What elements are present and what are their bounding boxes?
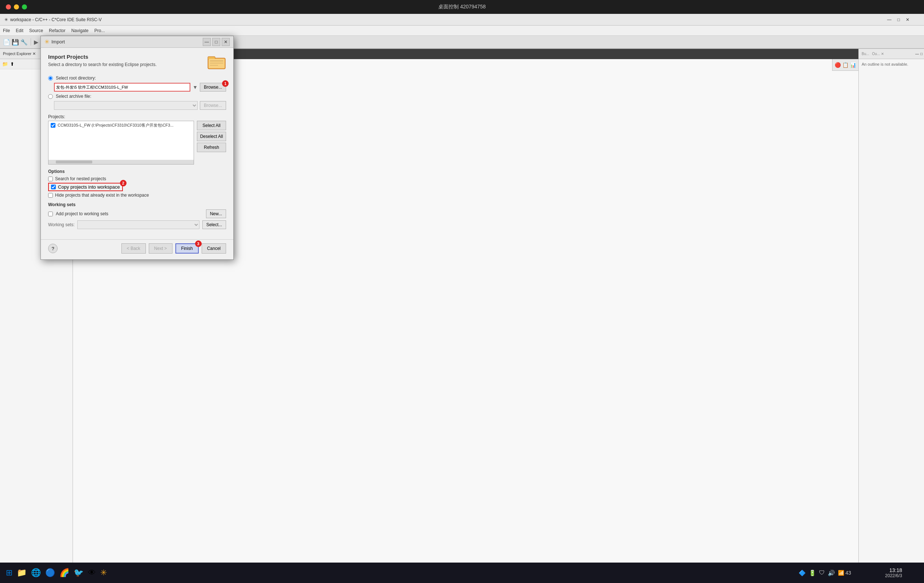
root-dir-label: Select root directory: <box>56 76 96 81</box>
projects-list: CCM3310S-L_FW (I:\Projects\CF3310\CF3310… <box>48 121 194 165</box>
start-button[interactable]: ⊞ <box>6 568 12 578</box>
taskbar-colorwheel[interactable]: 🌈 <box>59 568 69 578</box>
minimize-button[interactable] <box>14 4 19 10</box>
taskbar-eye[interactable]: 👁 <box>88 568 96 578</box>
taskbar-bird[interactable]: 🐦 <box>74 568 84 578</box>
copy-projects-label: Copy projects into workspace <box>58 184 120 190</box>
back-btn[interactable]: < Back <box>121 243 146 254</box>
root-dir-radio-row: Select root directory: <box>48 76 226 81</box>
dialog-close-btn[interactable]: ✕ <box>222 38 230 46</box>
taskbar-star[interactable]: ✳ <box>100 568 107 578</box>
options-title: Options <box>48 169 226 174</box>
options-section: Options Search for nested projects Copy … <box>48 169 226 198</box>
add-working-sets-label: Add project to working sets <box>56 211 108 216</box>
toolbar-icon-2[interactable]: 📋 <box>842 62 848 68</box>
menu-file[interactable]: File <box>3 28 10 33</box>
hide-projects-checkbox[interactable] <box>48 193 53 198</box>
working-sets-title: Working sets <box>48 202 226 207</box>
outline-minimize[interactable]: — <box>915 52 919 56</box>
new-folder-icon[interactable]: 📁 <box>2 61 8 67</box>
outline-maximize[interactable]: □ <box>920 52 922 56</box>
toolbar-icon-3[interactable]: 📊 <box>850 62 856 68</box>
root-dir-radio[interactable] <box>48 76 53 81</box>
ide-close-btn[interactable]: ✕ <box>906 17 909 22</box>
collapse-icon[interactable]: ⬆ <box>10 61 14 67</box>
table-row: CCM3310S-L_FW (I:\Projects\CF3310\CF3310… <box>48 121 194 129</box>
maximize-button[interactable] <box>22 4 27 10</box>
dialog-footer: ? < Back Next > Finish 3 Cancel <box>41 239 233 259</box>
browse-root-btn[interactable]: Browse... 1 <box>200 83 226 92</box>
source-section: Select root directory: 发包-外发\5 软件工程\CCM3… <box>48 76 226 110</box>
ide-title: ✳ workspace - C/C++ - C*Core IDE Suite R… <box>0 14 924 26</box>
copy-projects-row: Copy projects into workspace 2 <box>48 183 123 191</box>
toolbar-icon-1[interactable]: 🔴 <box>835 62 841 68</box>
archive-radio[interactable] <box>48 94 53 99</box>
cancel-btn[interactable]: Cancel <box>202 243 226 254</box>
ide-container: ✳ workspace - C/C++ - C*Core IDE Suite R… <box>0 14 924 583</box>
taskbar-chrome[interactable]: 🔵 <box>45 568 55 578</box>
working-sets-section: Working sets Add project to working sets… <box>48 202 226 229</box>
menu-navigate[interactable]: Navigate <box>71 28 88 33</box>
nested-projects-checkbox[interactable] <box>48 177 53 181</box>
archive-label: Select archive file: <box>56 94 91 99</box>
copy-projects-checkbox[interactable] <box>51 185 56 189</box>
outline-content: An outline is not available. <box>859 59 924 69</box>
ide-maximize-btn[interactable]: □ <box>898 17 900 22</box>
shield-icon: 🛡 <box>819 570 825 576</box>
system-tray: 🔷 🔋 🛡 🔊 📶 43 <box>799 570 851 576</box>
import-dialog: ✳ Import — □ ✕ Import Projects Select a … <box>40 36 234 260</box>
dialog-titlebar: ✳ Import — □ ✕ <box>41 36 233 48</box>
archive-radio-row: Select archive file: <box>48 94 226 99</box>
project-checkbox-1[interactable] <box>51 123 55 128</box>
new-working-set-btn[interactable]: New... <box>206 210 226 218</box>
ide-minimize-btn[interactable]: — <box>887 17 891 22</box>
volume-icon: 🔊 <box>828 570 835 576</box>
title-bar: 桌面控制 420794758 <box>0 0 924 14</box>
finish-badge: 3 <box>195 240 202 247</box>
dialog-header-title: Import Projects <box>48 54 157 60</box>
projects-label: Projects: <box>48 114 226 119</box>
add-to-working-sets-checkbox[interactable] <box>48 211 53 216</box>
dialog-title: Import <box>51 39 65 45</box>
browse-badge: 1 <box>222 80 229 87</box>
project-explorer-title: Project Explorer ✕ <box>3 51 36 56</box>
archive-browse-btn[interactable]: Browse... <box>200 101 226 110</box>
menu-edit[interactable]: Edit <box>16 28 23 33</box>
root-dir-dropdown-arrow[interactable]: ▼ <box>193 84 198 90</box>
root-dir-input[interactable]: 发包-外发\5 软件工程\CCM3310S-L_FW <box>54 83 190 92</box>
nested-projects-row: Search for nested projects <box>48 176 226 181</box>
projects-section: Projects: CCM3310S-L_FW (I:\Projects\CF3… <box>48 114 226 165</box>
dialog-subtitle: Select a directory to search for existin… <box>48 62 157 67</box>
ide-menubar: File Edit Source Refactor Navigate Pro..… <box>0 26 924 36</box>
menu-pro[interactable]: Pro... <box>94 28 105 33</box>
refresh-btn[interactable]: Refresh <box>197 143 226 152</box>
svg-rect-2 <box>209 59 224 68</box>
hide-projects-row: Hide projects that already exist in the … <box>48 193 226 198</box>
help-btn[interactable]: ? <box>48 244 58 253</box>
select-working-set-btn[interactable]: Select... <box>202 220 226 229</box>
folder-icon <box>207 54 226 70</box>
hide-projects-label: Hide projects that already exist in the … <box>55 193 149 198</box>
taskbar-browser[interactable]: 🌐 <box>31 568 41 578</box>
menu-source[interactable]: Source <box>29 28 43 33</box>
taskbar-time: 13:18 2022/6/3 <box>885 567 902 578</box>
project-label-1: CCM3310S-L_FW (I:\Projects\CF3310\CF3310… <box>58 122 173 128</box>
outline-tab: Ou... ✕ <box>872 52 884 56</box>
close-button[interactable] <box>6 4 11 10</box>
working-sets-dropdown[interactable] <box>77 220 199 229</box>
working-sets-label: Working sets: <box>48 222 74 227</box>
next-btn[interactable]: Next > <box>149 243 172 254</box>
select-all-btn[interactable]: Select All <box>197 121 226 130</box>
ide-title-text: workspace - C/C++ - C*Core IDE Suite RIS… <box>10 17 102 22</box>
dialog-minimize-btn[interactable]: — <box>203 38 211 46</box>
nested-projects-label: Search for nested projects <box>55 176 106 181</box>
outline-panel: Bu... Ou... ✕ — □ An outline is not avai… <box>858 49 924 563</box>
menu-refactor[interactable]: Refactor <box>49 28 65 33</box>
finish-btn[interactable]: Finish 3 <box>175 243 199 254</box>
deselect-all-btn[interactable]: Deselect All <box>197 132 226 141</box>
dialog-restore-btn[interactable]: □ <box>212 38 220 46</box>
window-title: 桌面控制 420794758 <box>438 4 486 10</box>
copy-badge: 2 <box>120 180 127 187</box>
taskbar-files[interactable]: 📁 <box>17 568 26 578</box>
archive-dropdown[interactable] <box>54 101 198 110</box>
